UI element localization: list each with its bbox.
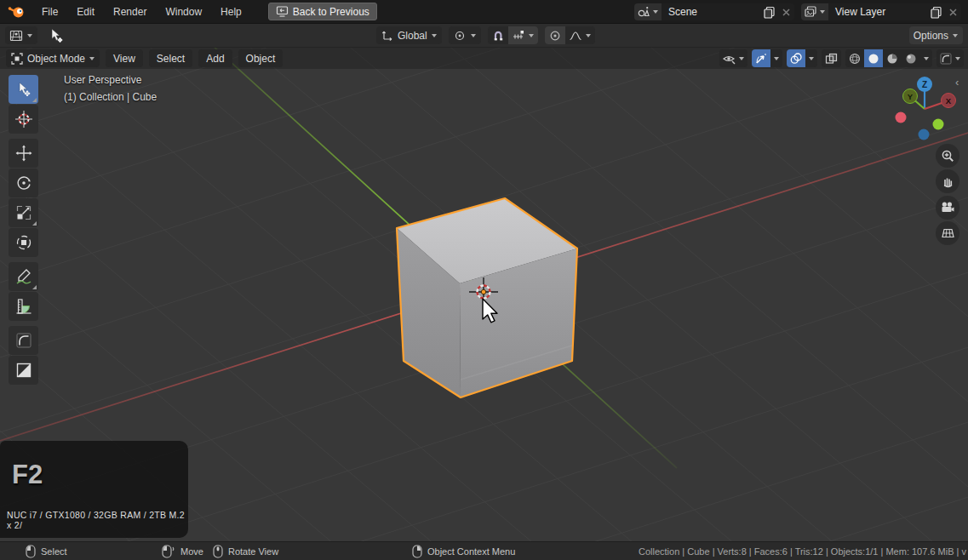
annotate-tool-button[interactable] bbox=[9, 262, 38, 291]
transform-tool-icon bbox=[14, 233, 33, 252]
chevron-down-icon bbox=[774, 57, 779, 60]
scene-selector: Scene bbox=[634, 3, 794, 20]
gizmo-axis-x-negative[interactable] bbox=[896, 112, 907, 123]
screencast-key-label: F2 bbox=[12, 460, 43, 490]
move-tool-button[interactable] bbox=[9, 139, 38, 168]
blender-logo-icon[interactable] bbox=[7, 4, 26, 19]
overlays-icon bbox=[789, 52, 803, 66]
camera-view-button[interactable] bbox=[936, 196, 959, 220]
left-mouse-icon bbox=[26, 545, 36, 558]
navigation-gizmo[interactable]: Z Y X bbox=[882, 63, 967, 148]
menu-help[interactable]: Help bbox=[211, 0, 251, 23]
menu-edit[interactable]: Edit bbox=[67, 0, 104, 23]
chevron-down-icon bbox=[953, 34, 958, 37]
snap-toggle-button[interactable] bbox=[488, 26, 508, 44]
rotate-tool-icon bbox=[14, 174, 33, 192]
back-to-previous-button[interactable]: Back to Previous bbox=[268, 3, 377, 20]
snap-increment-icon bbox=[512, 29, 525, 43]
mode-dropdown[interactable]: Object Mode bbox=[6, 49, 100, 67]
proportional-falloff-dropdown[interactable] bbox=[565, 26, 595, 44]
show-gizmos-toggle[interactable] bbox=[752, 49, 770, 67]
transform-tool-button[interactable] bbox=[9, 228, 38, 257]
solid-sphere-icon bbox=[867, 52, 880, 66]
editor-type-button[interactable] bbox=[5, 26, 37, 44]
proportional-edit-controls bbox=[545, 26, 595, 44]
rotate-tool-button[interactable] bbox=[9, 169, 38, 197]
screencast-overlay: F2 NUC i7 / GTX1080 / 32GB RAM / 2TB M.2… bbox=[0, 441, 188, 538]
view-layer-new-button[interactable] bbox=[927, 3, 945, 20]
view-perspective-label: User Perspective bbox=[64, 74, 141, 86]
gizmo-axis-x-positive[interactable]: X bbox=[942, 94, 956, 108]
zoom-view-button[interactable] bbox=[936, 144, 959, 168]
chevron-down-icon bbox=[924, 57, 929, 60]
menu-view[interactable]: View bbox=[106, 49, 143, 67]
view-layer-browse-button[interactable] bbox=[801, 3, 828, 20]
cursor-tool-icon bbox=[14, 110, 33, 129]
scale-tool-icon bbox=[14, 203, 33, 222]
chevron-down-icon bbox=[739, 57, 744, 60]
shading-solid-button[interactable] bbox=[864, 49, 883, 67]
scene-new-button[interactable] bbox=[760, 3, 778, 20]
gizmo-axis-z-negative[interactable] bbox=[919, 129, 930, 140]
sidebar-collapse-arrow[interactable]: ‹ bbox=[955, 76, 959, 89]
gizmos-dropdown[interactable] bbox=[770, 49, 782, 67]
menu-file[interactable]: File bbox=[32, 0, 67, 23]
diagonal-fill-tool-icon bbox=[14, 361, 33, 380]
gizmo-axis-y-positive[interactable]: Y bbox=[903, 89, 918, 104]
scene-unlink-button[interactable] bbox=[778, 3, 794, 20]
options-dropdown[interactable]: Options bbox=[909, 26, 963, 44]
shading-wireframe-button[interactable] bbox=[845, 49, 864, 67]
menu-object[interactable]: Object bbox=[238, 49, 284, 67]
drag-mouse-icon bbox=[162, 545, 175, 558]
chevron-down-icon bbox=[809, 57, 814, 60]
toggle-ortho-button[interactable] bbox=[936, 221, 959, 245]
snap-mode-dropdown[interactable] bbox=[508, 26, 538, 44]
move-tool-icon bbox=[14, 144, 33, 163]
svg-text:Y: Y bbox=[908, 92, 914, 101]
blender-window: File Edit Render Window Help Back to Pre… bbox=[0, 0, 968, 560]
measure-tool-button[interactable] bbox=[9, 292, 38, 321]
pivot-point-icon bbox=[453, 29, 467, 43]
proportional-edit-toggle[interactable] bbox=[545, 26, 565, 44]
hint-context-menu-label: Object Context Menu bbox=[427, 546, 515, 557]
menu-window[interactable]: Window bbox=[156, 0, 211, 23]
diagonal-fill-tool-button[interactable] bbox=[9, 356, 38, 385]
svg-text:X: X bbox=[946, 96, 952, 106]
transform-orientation-dropdown[interactable]: Global bbox=[376, 26, 442, 44]
menu-select[interactable]: Select bbox=[149, 49, 192, 67]
close-x-icon bbox=[948, 7, 959, 18]
close-x-icon bbox=[781, 7, 792, 18]
xray-toggle[interactable] bbox=[822, 49, 841, 67]
select-box-tool-button[interactable] bbox=[9, 75, 38, 104]
magnet-icon bbox=[491, 29, 505, 43]
topbar: File Edit Render Window Help Back to Pre… bbox=[0, 0, 968, 24]
view-layer-name-field[interactable]: View Layer bbox=[828, 3, 927, 20]
transform-orientation-value: Global bbox=[398, 30, 427, 42]
zoom-magnifier-icon bbox=[941, 149, 955, 163]
rounded-corner-tool-icon bbox=[14, 331, 33, 350]
visibility-eye-icon bbox=[722, 52, 736, 66]
viewport-3d[interactable]: Object Mode View Select Add Object bbox=[0, 48, 968, 541]
statusbar: Select Move Rotate View Object Context M… bbox=[0, 541, 968, 560]
pivot-point-dropdown[interactable] bbox=[449, 26, 481, 44]
gizmo-axis-z-positive[interactable]: Z bbox=[917, 77, 932, 92]
view-layer-remove-button[interactable] bbox=[945, 3, 961, 20]
object-visibility-dropdown[interactable] bbox=[719, 49, 747, 67]
menu-add[interactable]: Add bbox=[198, 49, 232, 67]
proportional-circle-icon bbox=[548, 29, 562, 43]
menu-render[interactable]: Render bbox=[104, 0, 156, 23]
overlays-dropdown[interactable] bbox=[805, 49, 817, 67]
show-overlays-toggle[interactable] bbox=[787, 49, 805, 67]
pan-view-button[interactable] bbox=[936, 169, 959, 193]
cursor-tool-button[interactable] bbox=[9, 105, 38, 134]
scene-browse-button[interactable] bbox=[634, 3, 662, 20]
scene-name-field[interactable]: Scene bbox=[662, 3, 760, 20]
rounded-corner-tool-button[interactable] bbox=[9, 326, 38, 355]
gizmo-axis-y-negative[interactable] bbox=[933, 119, 944, 130]
chevron-down-icon bbox=[653, 10, 658, 14]
scale-tool-button[interactable] bbox=[9, 198, 38, 227]
select-cursor-icon bbox=[15, 81, 32, 98]
orthographic-grid-icon bbox=[941, 226, 955, 240]
middle-mouse-icon bbox=[213, 545, 223, 558]
hint-move: Move bbox=[162, 542, 203, 560]
